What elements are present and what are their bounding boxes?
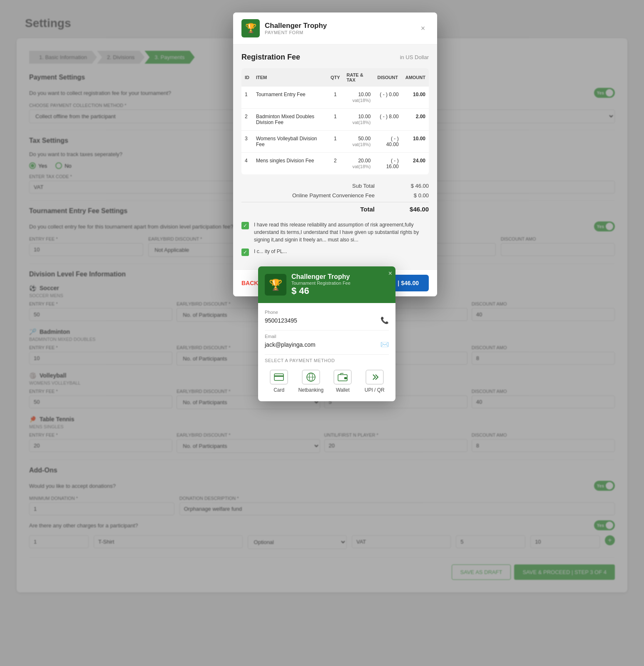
convenience-value: $ 0.00 [400,192,429,199]
modal-header: 🏆 Challenger Trophy PAYMENT FORM × [233,12,437,45]
row-item: Womens Volleyball Division Fee [253,131,327,153]
row-qty: 1 [327,87,343,109]
col-item: ITEM [253,68,327,87]
phone-icon: 📞 [380,316,389,324]
row-rate: 20.00vat(18%) [343,153,374,175]
col-rate: RATE & TAX [343,68,374,87]
wallet-icon [333,370,352,385]
agreement-1-text: I have read this release reliability and… [254,221,429,244]
row-id: 4 [241,153,253,175]
table-row: 2 Badminton Mixed Doubles Division Fee 1… [241,109,429,131]
agreement-1-row: I have read this release reliability and… [241,221,429,244]
total-value: $46.00 [400,206,429,213]
card-icon [270,370,288,385]
subtotal-row: Sub Total $ 46.00 [241,181,429,191]
table-row: 3 Womens Volleyball Division Fee 1 50.00… [241,131,429,153]
payment-popup: 🏆 Challenger Trophy Tournament Registrat… [258,266,395,401]
row-id: 3 [241,131,253,153]
col-discount: DISOUNT [374,68,402,87]
svg-rect-1 [274,375,283,377]
items-table: ID ITEM QTY RATE & TAX DISOUNT AMOUNT 1 … [241,68,429,174]
col-qty: QTY [327,68,343,87]
popup-divider-2 [265,354,389,355]
email-label: Email [265,334,389,339]
popup-amount: $ 46 [291,286,389,296]
row-rate: 10.00vat(18%) [343,109,374,131]
col-id: ID [241,68,253,87]
payment-method-netbanking[interactable]: Netbanking [296,368,325,395]
popup-divider-1 [265,330,389,331]
row-id: 2 [241,109,253,131]
row-discount: ( - ) 8.00 [374,109,402,131]
subtotal-value: $ 46.00 [400,183,429,189]
popup-title: Challenger Trophy [291,273,389,281]
row-discount: ( - ) 16.00 [374,153,402,175]
subtotal-label: Sub Total [352,183,375,189]
row-amount: 10.00 [402,131,429,153]
row-amount: 10.00 [402,87,429,109]
upi-icon [366,370,384,385]
table-row: 1 Tournament Entry Fee 1 10.00vat(18%) (… [241,87,429,109]
netbanking-icon [302,370,320,385]
reg-fee-header: Registration Fee in US Dollar [241,53,429,62]
row-id: 1 [241,87,253,109]
popup-body: Phone 9500123495 📞 Email jack@playinga.c… [258,303,395,401]
modal-logo: 🏆 [241,19,260,37]
totals-section: Sub Total $ 46.00 Online Payment Conveni… [241,181,429,214]
payment-method-wallet[interactable]: Wallet [328,368,357,395]
col-amount: AMOUNT [402,68,429,87]
row-qty: 1 [327,109,343,131]
convenience-label: Online Payment Convenience Fee [292,192,375,199]
table-row: 4 Mens singles Division Fee 2 20.00vat(1… [241,153,429,175]
row-discount: ( - ) 40.00 [374,131,402,153]
reg-fee-title: Registration Fee [241,53,300,62]
row-item: Badminton Mixed Doubles Division Fee [253,109,327,131]
agreement-2-checkbox[interactable] [241,249,249,256]
popup-header: 🏆 Challenger Trophy Tournament Registrat… [258,266,395,303]
row-discount: ( - ) 0.00 [374,87,402,109]
agreement-section: I have read this release reliability and… [241,221,429,256]
agreement-2-text: I c... ity of PL... [254,248,287,255]
upi-label: UPI / QR [365,387,385,393]
row-item: Tournament Entry Fee [253,87,327,109]
card-label: Card [274,387,284,393]
row-amount: 2.00 [402,109,429,131]
email-icon: ✉️ [380,340,389,348]
modal-close-button[interactable]: × [417,22,429,34]
table-header: ID ITEM QTY RATE & TAX DISOUNT AMOUNT [241,68,429,87]
row-qty: 2 [327,153,343,175]
popup-logo: 🏆 [265,274,286,296]
modal-body: Registration Fee in US Dollar ID ITEM QT… [233,45,437,269]
modal-title-group: Challenger Trophy PAYMENT FORM [265,22,412,35]
row-amount: 24.00 [402,153,429,175]
payment-method-upi[interactable]: UPI / QR [361,368,389,395]
payment-method-card[interactable]: Card [265,368,293,395]
popup-subtitle: Tournament Registration Fee [291,281,389,286]
netbanking-label: Netbanking [298,387,323,393]
payment-methods-grid: Card Netbanking [265,368,389,395]
currency-label: in US Dollar [400,54,429,60]
row-qty: 1 [327,131,343,153]
email-value: jack@playinga.com ✉️ [265,340,389,348]
back-button[interactable]: BACK [241,280,258,286]
row-rate: 10.00vat(18%) [343,87,374,109]
phone-value: 9500123495 📞 [265,316,389,324]
row-item: Mens singles Division Fee [253,153,327,175]
convenience-row: Online Payment Convenience Fee $ 0.00 [241,191,429,200]
grand-total-row: Total $46.00 [241,202,429,214]
phone-field: Phone 9500123495 📞 [265,310,389,324]
table-header-row: ID ITEM QTY RATE & TAX DISOUNT AMOUNT [241,68,429,87]
phone-label: Phone [265,310,389,315]
popup-close-button[interactable]: × [388,270,392,277]
modal-title: Challenger Trophy [265,22,412,30]
svg-rect-0 [274,374,283,380]
popup-title-group: Challenger Trophy Tournament Registratio… [291,273,389,296]
modal-subtitle: PAYMENT FORM [265,30,412,35]
wallet-label: Wallet [336,387,350,393]
total-label: Total [360,206,375,213]
payment-modal: 🏆 Challenger Trophy PAYMENT FORM × Regis… [233,12,437,296]
table-body: 1 Tournament Entry Fee 1 10.00vat(18%) (… [241,87,429,174]
agreement-1-checkbox[interactable] [241,222,249,229]
row-rate: 50.00vat(18%) [343,131,374,153]
agreement-2-row: I c... ity of PL... [241,248,429,256]
